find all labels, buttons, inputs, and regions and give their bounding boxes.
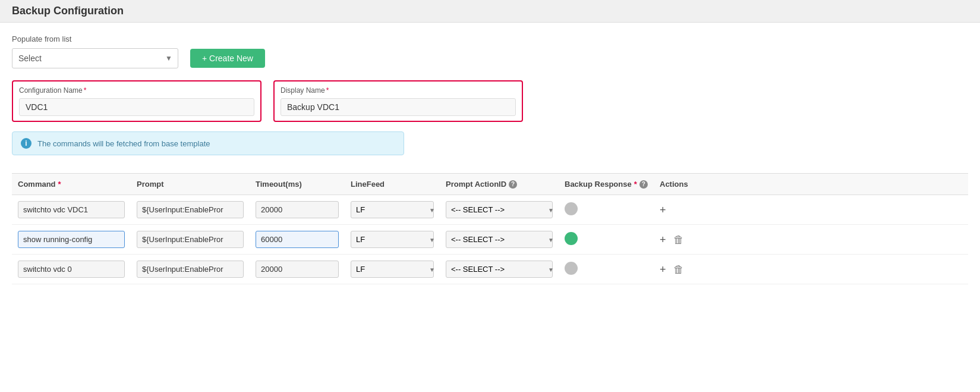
cell-prompt-2 [131, 231, 250, 248]
page-title: Backup Configuration [12, 5, 124, 17]
cell-actions-3: + 🗑 [654, 264, 725, 275]
cell-timeout-1 [250, 201, 345, 218]
command-input-2[interactable] [18, 231, 125, 248]
fields-row: Configuration Name* Display Name* [12, 80, 968, 122]
table-row: LFCRCRLF ▼ <-- SELECT --> ▼ + 🗑 [12, 255, 968, 284]
display-name-input[interactable] [281, 98, 516, 116]
cell-timeout-3 [250, 261, 345, 278]
create-new-button[interactable]: + Create New [190, 49, 265, 68]
th-command: Command * [12, 180, 131, 189]
cell-actions-2: + 🗑 [654, 234, 725, 245]
populate-label: Populate from list [12, 35, 968, 43]
prompt-action-select-2[interactable]: <-- SELECT --> [446, 231, 553, 248]
th-linefeed: LineFeed [345, 180, 440, 189]
cell-backup-response-1 [559, 202, 654, 217]
cell-prompt-3 [131, 261, 250, 278]
backup-response-help-icon[interactable]: ? [639, 180, 648, 189]
commands-table: Command * Prompt Timeout(ms) LineFeed Pr… [12, 173, 968, 284]
populate-select-wrapper: Select ▼ [12, 48, 178, 68]
delete-row-button-3[interactable]: 🗑 [673, 264, 684, 275]
display-name-field-group: Display Name* [273, 80, 523, 122]
delete-row-button-2[interactable]: 🗑 [673, 234, 684, 245]
cell-linefeed-2: LFCRCRLF ▼ [345, 231, 440, 248]
page-wrapper: Backup Configuration Populate from list … [0, 0, 980, 392]
th-timeout: Timeout(ms) [250, 180, 345, 189]
command-input-3[interactable] [18, 261, 125, 278]
populate-select[interactable]: Select [12, 48, 178, 68]
table-header: Command * Prompt Timeout(ms) LineFeed Pr… [12, 173, 968, 195]
cell-linefeed-3: LFCRCRLF ▼ [345, 261, 440, 278]
table-row: LFCRCRLF ▼ <-- SELECT --> ▼ + [12, 195, 968, 225]
add-row-button-3[interactable]: + [660, 264, 666, 275]
command-input-1[interactable] [18, 201, 125, 218]
prompt-input-2[interactable] [137, 231, 244, 248]
prompt-input-1[interactable] [137, 201, 244, 218]
cell-prompt-1 [131, 201, 250, 218]
config-name-field-group: Configuration Name* [12, 80, 261, 122]
top-row: Select ▼ + Create New [12, 48, 968, 68]
cell-backup-response-2 [559, 232, 654, 247]
linefeed-select-1[interactable]: LFCRCRLF [351, 201, 434, 218]
display-name-label: Display Name* [281, 86, 516, 95]
linefeed-select-3[interactable]: LFCRCRLF [351, 261, 434, 278]
cell-command-3 [12, 261, 131, 278]
cell-timeout-2 [250, 231, 345, 248]
header-bar: Backup Configuration [0, 0, 980, 23]
timeout-input-2[interactable] [256, 231, 339, 248]
prompt-action-help-icon[interactable]: ? [509, 180, 517, 189]
cell-prompt-action-2: <-- SELECT --> ▼ [440, 231, 559, 248]
cell-command-1 [12, 201, 131, 218]
th-actions: Actions [654, 180, 725, 189]
timeout-input-3[interactable] [256, 261, 339, 278]
linefeed-select-2[interactable]: LFCRCRLF [351, 231, 434, 248]
cell-actions-1: + [654, 205, 725, 215]
th-prompt: Prompt [131, 180, 250, 189]
backup-response-toggle-1[interactable] [565, 202, 578, 215]
info-icon: i [21, 138, 31, 149]
timeout-input-1[interactable] [256, 201, 339, 218]
config-name-label: Configuration Name* [19, 86, 254, 95]
add-row-button-2[interactable]: + [660, 234, 666, 245]
cell-prompt-action-1: <-- SELECT --> ▼ [440, 201, 559, 218]
prompt-action-select-1[interactable]: <-- SELECT --> [446, 201, 553, 218]
add-row-button-1[interactable]: + [660, 205, 666, 215]
cell-backup-response-3 [559, 262, 654, 277]
th-backup-response: Backup Response * ? [559, 180, 654, 189]
prompt-action-select-3[interactable]: <-- SELECT --> [446, 261, 553, 278]
info-banner-text: The commands will be fetched from base t… [37, 139, 210, 148]
backup-response-toggle-2[interactable] [565, 232, 578, 245]
cell-linefeed-1: LFCRCRLF ▼ [345, 201, 440, 218]
content-area: Populate from list Select ▼ + Create New… [0, 23, 980, 296]
prompt-input-3[interactable] [137, 261, 244, 278]
table-row: LFCRCRLF ▼ <-- SELECT --> ▼ + 🗑 [12, 225, 968, 255]
th-prompt-action: Prompt ActionID ? [440, 180, 559, 189]
backup-response-toggle-3[interactable] [565, 262, 578, 275]
cell-prompt-action-3: <-- SELECT --> ▼ [440, 261, 559, 278]
config-name-input[interactable] [19, 98, 254, 116]
cell-command-2 [12, 231, 131, 248]
info-banner: i The commands will be fetched from base… [12, 131, 404, 155]
